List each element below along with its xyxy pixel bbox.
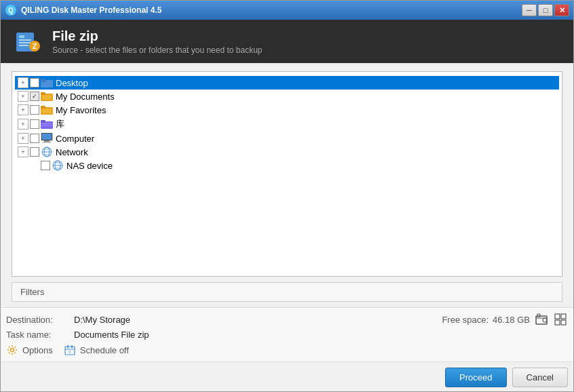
schedule-label: Schedule off: [80, 345, 129, 355]
folder-icon-my-documents: [41, 91, 53, 102]
label-ku: 库: [54, 118, 64, 130]
checkbox-network[interactable]: [30, 147, 39, 157]
svg-rect-21: [41, 125, 52, 126]
computer-icon: [41, 133, 53, 144]
expand-ku[interactable]: +: [18, 119, 28, 130]
window-controls: ─ □ ✕: [522, 4, 569, 16]
svg-rect-5: [19, 42, 31, 43]
svg-text:Z: Z: [33, 42, 37, 50]
filters-label: Filters: [20, 287, 44, 297]
svg-rect-3: [19, 35, 24, 38]
header-icon: Z: [14, 28, 41, 55]
svg-rect-42: [555, 320, 560, 325]
main-window: Q QILING Disk Master Professional 4.5 ─ …: [0, 0, 574, 392]
label-nas-device: NAS device: [65, 161, 113, 171]
expand-desktop[interactable]: +: [18, 77, 28, 88]
title-bar-text: QILING Disk Master Professional 4.5: [21, 5, 518, 15]
label-computer: Computer: [54, 134, 94, 144]
calendar-icon: ≡: [64, 344, 76, 356]
page-title: File zip: [52, 28, 263, 44]
options-label: Options: [22, 345, 53, 355]
folder-icon-my-favorites: [41, 104, 53, 115]
proceed-button[interactable]: Proceed: [445, 368, 506, 387]
info-area: Destination: D:\My Storage Free space: 4…: [1, 307, 573, 361]
tree-item-my-documents[interactable]: + My Documents: [15, 90, 559, 103]
svg-rect-20: [41, 123, 52, 124]
checkbox-desktop[interactable]: [30, 78, 39, 87]
task-name-label: Task name:: [6, 330, 74, 340]
checkbox-computer[interactable]: [30, 134, 39, 143]
tree-item-computer[interactable]: + Computer: [15, 132, 559, 145]
main-content: + Desktop +: [1, 63, 573, 307]
minimize-button[interactable]: ─: [522, 4, 537, 16]
maximize-button[interactable]: □: [538, 4, 553, 16]
actions-row: Options ≡ Schedule off: [6, 341, 568, 359]
checkbox-nas-device[interactable]: [41, 161, 50, 170]
svg-rect-40: [555, 314, 560, 319]
header-text: File zip Source - select the files or fo…: [52, 28, 263, 55]
expand-my-documents[interactable]: +: [18, 91, 28, 102]
free-space: Free space: 46.18 GB: [442, 312, 568, 327]
svg-rect-16: [41, 106, 45, 109]
expand-my-favorites[interactable]: +: [18, 104, 28, 115]
app-header: Z File zip Source - select the files or …: [1, 20, 573, 63]
file-tree[interactable]: + Desktop +: [12, 71, 562, 277]
svg-rect-6: [19, 45, 28, 46]
footer-buttons: Proceed Cancel: [1, 361, 573, 391]
checkbox-my-favorites[interactable]: [30, 105, 39, 115]
destination-row: Destination: D:\My Storage Free space: 4…: [6, 311, 568, 328]
label-desktop: Desktop: [54, 78, 88, 88]
checkbox-ku[interactable]: [30, 119, 39, 129]
label-my-favorites: My Favorites: [54, 105, 106, 115]
label-network: Network: [54, 147, 88, 157]
schedule-button[interactable]: ≡ Schedule off: [64, 344, 129, 356]
grid-view-button[interactable]: [553, 312, 568, 327]
svg-rect-24: [44, 140, 50, 142]
cancel-button[interactable]: Cancel: [512, 368, 568, 387]
nas-icon: [52, 160, 64, 171]
folder-icon-desktop: [41, 77, 53, 88]
title-bar: Q QILING Disk Master Professional 4.5 ─ …: [1, 1, 573, 20]
svg-rect-11: [41, 79, 45, 81]
svg-rect-4: [19, 39, 31, 41]
svg-rect-48: [71, 345, 73, 348]
tree-item-ku[interactable]: + 库: [15, 117, 559, 132]
tree-item-desktop[interactable]: + Desktop: [15, 76, 559, 90]
checkbox-my-documents[interactable]: [30, 92, 39, 101]
svg-point-38: [543, 318, 547, 322]
svg-rect-14: [42, 95, 52, 100]
svg-rect-36: [536, 316, 547, 324]
svg-line-39: [547, 322, 548, 324]
network-icon: [41, 146, 53, 157]
svg-rect-19: [41, 120, 45, 123]
free-space-value: 46.18 GB: [493, 315, 530, 325]
expand-computer[interactable]: +: [18, 133, 28, 144]
svg-text:Q: Q: [8, 7, 14, 14]
browse-destination-button[interactable]: [534, 312, 549, 327]
destination-label: Destination:: [6, 315, 74, 325]
tree-item-nas-device[interactable]: NAS device: [15, 159, 559, 172]
svg-rect-25: [43, 142, 51, 143]
close-button[interactable]: ✕: [554, 4, 569, 16]
task-name-value: Documents File zip: [74, 330, 568, 340]
svg-rect-41: [561, 314, 566, 319]
filters-bar[interactable]: Filters: [12, 282, 562, 302]
svg-rect-13: [41, 92, 45, 95]
svg-rect-47: [67, 345, 69, 348]
svg-rect-23: [42, 134, 52, 140]
expand-network[interactable]: +: [18, 146, 28, 157]
svg-text:≡: ≡: [69, 350, 71, 354]
destination-value: D:\My Storage: [74, 315, 442, 325]
tree-item-network[interactable]: + Network: [15, 145, 559, 159]
folder-icon-ku: [41, 119, 53, 130]
tree-item-my-favorites[interactable]: + My Favorites: [15, 103, 559, 117]
options-button[interactable]: Options: [6, 344, 53, 356]
label-my-documents: My Documents: [54, 92, 115, 102]
page-subtitle: Source - select the files or folders tha…: [52, 45, 263, 55]
app-icon: Q: [5, 4, 17, 16]
gear-icon: [6, 344, 18, 356]
svg-rect-17: [42, 109, 52, 113]
svg-rect-43: [561, 320, 566, 325]
free-space-label: Free space:: [442, 315, 489, 325]
task-name-row: Task name: Documents File zip: [6, 328, 568, 341]
